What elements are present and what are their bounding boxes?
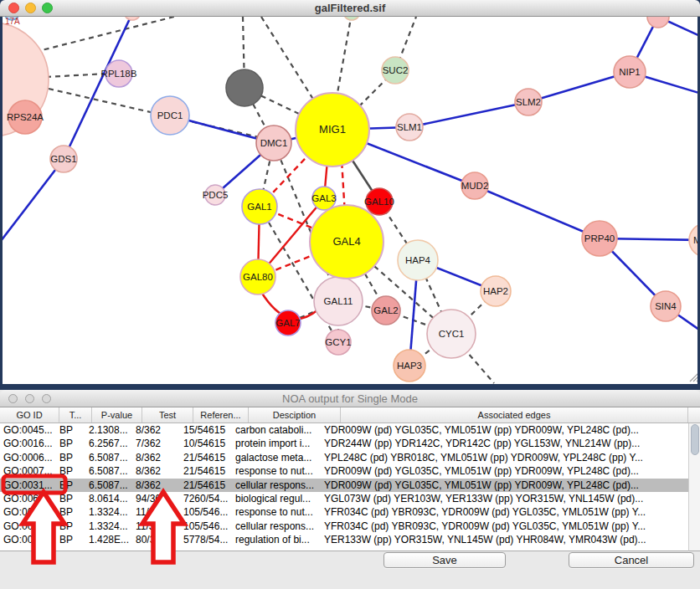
cell: 80/362 [132, 533, 180, 546]
noa-window: NOA output for Single Mode GO IDT...P-va… [0, 390, 700, 589]
node-cut-top-green[interactable] [343, 17, 360, 20]
column-header-associated-edges[interactable]: Associated edges [341, 407, 688, 423]
cell: 10/54615 [180, 437, 232, 450]
window-title: NOA output for Single Mode [0, 392, 700, 405]
node-label: RPL18B [101, 69, 137, 79]
cell: 11/362 [132, 520, 180, 533]
table-row[interactable]: GO:0016...BP6.2567...7/36210/54615protei… [0, 437, 688, 450]
table-row[interactable]: GO:0050...BP1.428E...80/3625778/54...reg… [0, 533, 688, 546]
cell: YPL248C (pd) YBR018C, YML051W (pp) YDR00… [321, 451, 665, 464]
node-cut-top-mid[interactable] [124, 17, 141, 20]
network-canvas[interactable]: RPL18BRPS24AGDS1PDC1DMC1SUC2SLM1SLM2NIP1… [3, 17, 697, 384]
column-header-t-[interactable]: T... [59, 407, 92, 423]
node-label: GAL7 [275, 318, 300, 328]
cell: galactose meta... [232, 451, 321, 464]
cell: GO:0031... [0, 520, 56, 533]
cell: BP [56, 423, 85, 437]
cell: GO:0031... [0, 505, 56, 519]
cell: 6.5087... [85, 464, 132, 478]
network-window-titlebar[interactable]: galFiltered.sif [0, 0, 700, 17]
cell: BP [56, 464, 85, 478]
save-button[interactable]: Save [383, 552, 506, 568]
table-row[interactable]: GO:0007...BP6.5087...8/36221/54615respon… [0, 464, 688, 478]
cell: 7260/54... [180, 492, 232, 505]
table-row[interactable]: GO:0045...BP2.1308...8/36215/54615carbon… [0, 423, 688, 437]
cell: YDR244W (pp) YDR142C, YDR142C (pp) YGL15… [321, 437, 665, 450]
resize-grip[interactable] [690, 373, 697, 382]
cell: 11/362 [132, 505, 180, 519]
node-label: GAL3 [311, 193, 336, 203]
edge [46, 74, 107, 77]
cell: BP [56, 492, 85, 505]
edge [3, 159, 64, 244]
cell: biological regul... [232, 492, 321, 505]
cell: YFR034C (pd) YBR093C, YDR009W (pd) YGL03… [321, 505, 665, 519]
cell: YGL073W (pd) YER103W, YER133W (pp) YOR31… [321, 492, 665, 505]
node-label: GAL10 [364, 197, 394, 207]
cell: 105/546... [180, 520, 232, 533]
cell: 94/362 [132, 492, 180, 505]
node-label: GDS1 [50, 154, 76, 164]
node-label: DMC1 [260, 138, 288, 148]
cancel-button[interactable]: Cancel [569, 552, 694, 568]
window-title: galFiltered.sif [0, 2, 700, 14]
cell: 1.428E... [85, 533, 132, 546]
node-label: NIP1 [619, 67, 641, 77]
table-row[interactable]: GO:0006...BP6.5087...8/36221/54615galact… [0, 451, 688, 464]
network-graph: RPL18BRPS24AGDS1PDC1DMC1SUC2SLM1SLM2NIP1… [3, 17, 697, 384]
desktop: galFiltered.sif RPL18BRPS24AGDS1PDC1DMC1… [0, 0, 700, 589]
cell: response to nut... [232, 505, 321, 519]
cell: 8/362 [132, 451, 180, 464]
table-row[interactable]: GO:0031...BP6.5087...8/36221/54615cellul… [0, 479, 688, 492]
noa-window-titlebar[interactable]: NOA output for Single Mode [0, 390, 700, 407]
column-header-p-value[interactable]: P-value [92, 407, 142, 423]
node-label: GAL11 [324, 296, 353, 306]
cell: protein import i... [232, 437, 321, 450]
table-header: GO IDT...P-valueTestReferen...Desciption… [0, 407, 700, 423]
cell: 1.3324... [85, 505, 132, 519]
node-label: GAL2 [373, 305, 398, 315]
scrollbar-thumb[interactable] [691, 424, 699, 455]
node-label: PRP40 [584, 233, 615, 243]
node-label: GAL1 [247, 202, 271, 212]
node-label: HAP2 [483, 286, 508, 296]
cell: BP [56, 505, 85, 519]
node-label: GCY1 [325, 337, 351, 347]
table-row[interactable]: GO:0065...BP8.0614...94/3627260/54...bio… [0, 492, 688, 505]
node-label: CYC1 [439, 329, 465, 339]
cell: 21/54615 [180, 451, 232, 464]
column-header-desciption[interactable]: Desciption [249, 407, 341, 423]
node-label: MIG1 [319, 123, 346, 136]
cell: BP [56, 520, 85, 533]
cell: 2.1308... [85, 423, 132, 437]
node-label: SLM1 [397, 122, 422, 132]
vertical-scrollbar[interactable] [688, 423, 700, 551]
cell: 6.5087... [85, 451, 132, 464]
node-unnamed-gray[interactable] [226, 69, 263, 106]
column-header-test[interactable]: Test [142, 407, 193, 423]
cell: BP [56, 451, 85, 464]
cell: 8/362 [132, 423, 180, 437]
table-row[interactable]: GO:0031...BP1.3324...11/362105/546...cel… [0, 520, 688, 533]
node-cut-top-right[interactable] [647, 17, 669, 28]
cut-node-label: 17A [5, 17, 20, 26]
network-window: galFiltered.sif RPL18BRPS24AGDS1PDC1DMC1… [0, 0, 700, 384]
table-body: GO:0045...BP2.1308...8/36215/54615carbon… [0, 423, 688, 551]
column-header-go-id[interactable]: GO ID [0, 407, 59, 423]
table-row[interactable]: GO:0031...BP1.3324...11/362105/546...res… [0, 505, 688, 519]
cell: GO:0007... [0, 464, 56, 478]
cell: YDR009W (pd) YGL035C, YML051W (pp) YDR00… [321, 479, 665, 492]
node-label: SUC2 [383, 65, 409, 75]
cell: 8/362 [132, 479, 180, 492]
column-header-referen-[interactable]: Referen... [193, 407, 249, 423]
cell: 21/54615 [180, 479, 232, 492]
node-label: SIN4 [655, 301, 677, 311]
cell: cellular respons... [232, 520, 321, 533]
cell: GO:0065... [0, 492, 56, 505]
cell: GO:0031... [0, 479, 56, 492]
cell: GO:0050... [0, 533, 56, 546]
resize-grip[interactable] [697, 380, 697, 382]
cell: 6.5087... [85, 479, 132, 492]
cell: BP [56, 479, 85, 492]
cell: GO:0045... [0, 423, 56, 437]
